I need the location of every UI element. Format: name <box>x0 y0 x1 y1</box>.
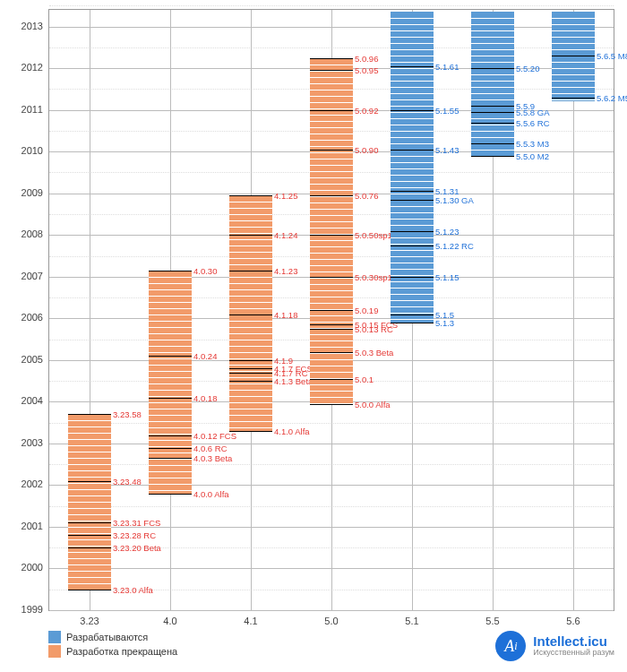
legend-label-stop: Разработка прекращена <box>66 646 177 657</box>
release-label: 5.5.3 M3 <box>516 139 549 149</box>
release-label: 5.1.31 <box>435 186 459 196</box>
release-label: 4.0.24 <box>193 351 217 361</box>
plot-area: 3.233.23.0 Alfa3.23.20 Beta3.23.28 RC3.2… <box>48 9 614 611</box>
y-tick: 2005 <box>0 354 43 365</box>
release-label: 5.0.76 <box>355 191 378 201</box>
legend-swatch-stop <box>48 645 61 658</box>
y-tick: 2012 <box>0 62 43 73</box>
legend: Разрабатываются Разработка прекращена <box>48 629 177 659</box>
version-bar-4.1 <box>229 195 272 431</box>
release-label: 5.0.3 Beta <box>355 348 393 358</box>
release-label: 5.0.19 <box>355 306 378 315</box>
y-tick: 2008 <box>0 228 43 239</box>
release-label: 4.0.3 Beta <box>193 453 232 463</box>
release-label: 4.1.0 Alfa <box>274 426 310 436</box>
release-label: 5.1.55 <box>435 106 459 116</box>
x-tick: 4.1 <box>244 616 257 626</box>
release-label: 5.0.1 <box>355 375 374 384</box>
release-label: 5.1.43 <box>435 145 459 155</box>
x-tick: 3.23 <box>80 616 99 626</box>
release-label: 5.1.15 <box>435 272 459 282</box>
release-label: 5.1.22 RC <box>435 241 474 251</box>
release-label: 4.1.23 <box>274 266 297 276</box>
release-label: 5.1.5 <box>435 310 454 320</box>
release-label: 5.5.20 <box>516 64 539 73</box>
x-tick: 4.0 <box>163 616 176 626</box>
version-bar-5.5 <box>471 12 514 156</box>
release-label: 3.23.0 Alfa <box>113 585 153 595</box>
version-bar-5.6 <box>552 12 595 101</box>
brand-tag: Искусственный разум <box>533 649 614 658</box>
release-label: 4.1.25 <box>274 191 297 201</box>
y-tick: 2001 <box>0 521 43 531</box>
x-tick: 5.6 <box>566 616 580 626</box>
release-label: 5.6.5 M8 <box>597 51 627 61</box>
release-label: 3.23.31 FCS <box>113 518 160 528</box>
release-label: 5.0.95 <box>355 65 378 75</box>
release-label: 3.23.58 <box>113 409 142 419</box>
release-label: 3.23.48 <box>113 477 142 487</box>
release-label: 4.0.6 RC <box>193 444 228 453</box>
x-tick: 5.5 <box>485 616 499 626</box>
y-tick: 2003 <box>0 437 43 448</box>
version-bar-3.23 <box>68 414 111 589</box>
watermark: Ai Intellect.icu Искусственный разум <box>495 631 614 661</box>
brand-logo: Ai <box>495 631 526 661</box>
release-label: 4.1.9 <box>274 356 293 366</box>
release-label: 5.0.92 <box>355 106 378 116</box>
release-label: 5.0.0 Alfa <box>355 400 391 409</box>
release-label: 4.1.24 <box>274 230 297 240</box>
y-tick: 2011 <box>0 104 43 115</box>
release-label: 5.6.2 M5 <box>597 93 627 103</box>
release-label: 4.0.18 <box>193 393 217 403</box>
release-label: 5.5.0 M2 <box>516 151 549 161</box>
release-label: 5.1.23 <box>435 227 459 237</box>
legend-swatch-dev <box>48 631 61 643</box>
legend-label-dev: Разрабатываются <box>66 632 148 642</box>
release-label: 5.1.61 <box>435 62 459 72</box>
release-label: 4.0.30 <box>193 266 217 276</box>
y-tick: 1999 <box>0 604 43 615</box>
x-tick: 5.1 <box>405 616 418 626</box>
y-tick: 2004 <box>0 395 43 406</box>
version-bar-4.0 <box>149 271 192 494</box>
release-label: 3.23.28 RC <box>113 530 156 540</box>
release-label: 4.0.12 FCS <box>193 431 236 441</box>
release-label: 4.0.0 Alfa <box>193 489 229 499</box>
release-label: 4.1.18 <box>274 310 297 320</box>
version-bar-5.0 <box>310 58 353 404</box>
y-tick: 2006 <box>0 312 43 323</box>
y-tick: 2013 <box>0 21 43 31</box>
y-tick: 2010 <box>0 145 43 156</box>
release-label: 5.5.6 RC <box>516 118 550 128</box>
release-label: 5.0.90 <box>355 145 378 155</box>
release-label: 5.5.9 <box>516 101 535 111</box>
y-tick: 2002 <box>0 478 43 489</box>
y-tick: 2007 <box>0 271 43 281</box>
brand-name: Intellect.icu <box>533 634 614 650</box>
release-label: 5.0.96 <box>355 54 378 64</box>
version-timeline-chart: 3.233.23.0 Alfa3.23.20 Beta3.23.28 RC3.2… <box>0 0 627 672</box>
release-label: 5.0.30sp1 <box>355 272 392 282</box>
x-tick: 5.0 <box>324 616 338 626</box>
y-tick: 2000 <box>0 562 43 573</box>
version-bar-5.1 <box>391 12 434 323</box>
y-tick: 2009 <box>0 187 43 198</box>
release-label: 3.23.20 Beta <box>113 543 161 553</box>
